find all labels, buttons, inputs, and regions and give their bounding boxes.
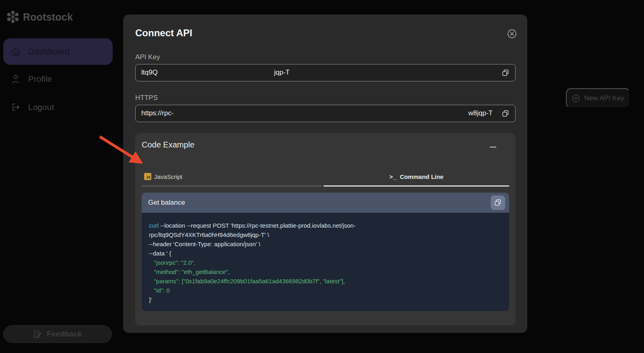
- brand: Rootstock: [6, 10, 73, 23]
- https-value-start: https://rpc-: [141, 109, 173, 117]
- code-line: --data ' {: [149, 249, 500, 258]
- rootstock-logo-icon: [6, 10, 19, 23]
- sidebar-item-label: Profile: [28, 74, 52, 84]
- close-button[interactable]: [507, 29, 517, 39]
- code-line: --header 'Content-Type: application/json…: [149, 239, 500, 249]
- user-icon: [10, 74, 21, 84]
- sidebar-item-dashboard[interactable]: Dashboard: [3, 38, 113, 65]
- tab-label: JavaScript: [154, 173, 182, 180]
- feedback-label: Feedback: [47, 330, 82, 338]
- copy-api-key-button[interactable]: [502, 68, 511, 78]
- code-line: }': [149, 295, 500, 304]
- code-line: rpc/ltq9QSdY4XKTr6a0hH94d6edgw8jqp-T' \: [149, 230, 500, 239]
- copy-code-button[interactable]: [491, 195, 505, 210]
- code-line: "params": ["0x1fab9a0e24ffc209b01faa5a61…: [149, 276, 500, 286]
- code-example-card: Code Example JS JavaScript >_ Command Li…: [135, 133, 516, 326]
- https-label: HTTPS: [135, 94, 158, 102]
- terminal-icon: >_: [389, 173, 397, 180]
- tab-javascript[interactable]: JS JavaScript: [144, 168, 182, 185]
- copy-icon: [502, 110, 511, 118]
- https-value-end: w8jqp-T: [469, 109, 493, 117]
- sidebar: Rootstock Dashboard Profile: [0, 0, 118, 353]
- tab-underline-active: [324, 185, 509, 187]
- tab-command-line[interactable]: >_ Command Line: [324, 168, 509, 185]
- new-api-key-button[interactable]: New API Key: [566, 88, 630, 108]
- sidebar-item-label: Logout: [28, 102, 54, 112]
- app-screen: Rootstock Dashboard Profile: [0, 0, 644, 353]
- copy-icon: [502, 69, 511, 77]
- collapse-button[interactable]: [490, 144, 498, 150]
- connect-api-modal: Connect API API Key ltq9Q jqp-T: [123, 15, 527, 333]
- code-line: curl --location --request POST 'https://…: [149, 221, 500, 230]
- copy-https-button[interactable]: [502, 109, 511, 118]
- javascript-icon: JS: [144, 173, 151, 180]
- sidebar-item-label: Dashboard: [28, 47, 70, 56]
- home-icon: [10, 47, 21, 56]
- api-key-label: API Key: [135, 53, 160, 61]
- minus-icon: [490, 147, 496, 148]
- copy-icon: [494, 199, 502, 207]
- api-key-value-end: jqp-T: [274, 69, 290, 77]
- code-example-title: Code Example: [142, 140, 194, 150]
- code-line: "jsonrpc": "2.0",: [149, 258, 500, 267]
- sidebar-item-profile[interactable]: Profile: [3, 69, 113, 89]
- modal-title: Connect API: [135, 27, 192, 39]
- snippet-title: Get balance: [148, 199, 185, 207]
- code-line: "method": "eth_getBalance",: [149, 267, 500, 276]
- plus-circle-icon: [572, 94, 580, 102]
- code-line: "id": 0: [149, 286, 500, 295]
- brand-name: Rootstock: [23, 11, 73, 23]
- tab-underline-inactive: [142, 185, 322, 187]
- feedback-button[interactable]: Feedback: [3, 325, 112, 343]
- tab-label: Command Line: [400, 173, 443, 180]
- circle-x-icon: [507, 29, 517, 39]
- code-lines: curl --location --request POST 'https://…: [142, 213, 509, 311]
- api-key-input[interactable]: ltq9Q jqp-T: [135, 64, 516, 81]
- logout-icon: [10, 103, 21, 112]
- https-url-input[interactable]: https://rpc- w8jqp-T: [135, 105, 516, 122]
- new-api-key-label: New API Key: [584, 94, 624, 102]
- sidebar-item-logout[interactable]: Logout: [3, 97, 113, 118]
- api-key-value-start: ltq9Q: [141, 69, 158, 77]
- feedback-icon: [33, 330, 42, 338]
- snippet-header: Get balance: [142, 193, 509, 213]
